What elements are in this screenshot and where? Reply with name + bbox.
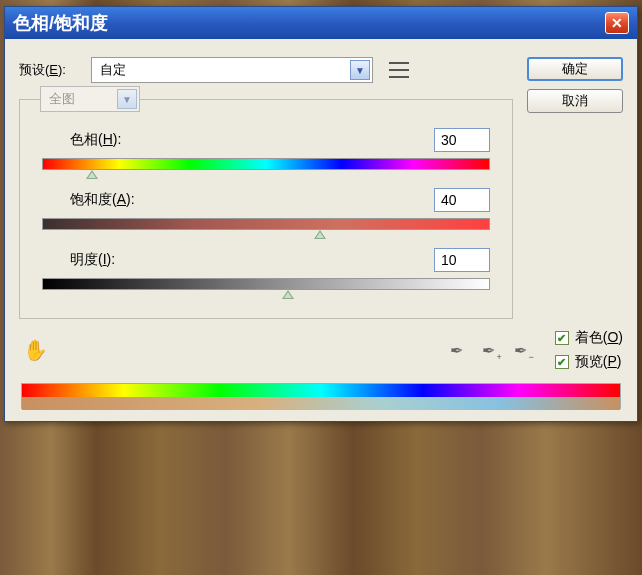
hue-thumb[interactable]	[86, 170, 98, 179]
chevron-down-icon: ▼	[350, 60, 370, 80]
dialog-body: 预设(E): 自定 ▼ 全图 ▼	[5, 39, 637, 421]
channel-select[interactable]: 全图 ▼	[40, 86, 140, 112]
saturation-input[interactable]: 40	[434, 188, 490, 212]
lightness-group: 明度(I): 10	[38, 248, 494, 290]
tools-row: ✋ ✒ ✒+ ✒− ✔ 着色(O) ✔ 预览(P)	[19, 329, 623, 371]
spectrum-output	[22, 397, 620, 410]
cancel-button[interactable]: 取消	[527, 89, 623, 113]
hue-slider[interactable]	[42, 158, 490, 170]
close-icon: ✕	[611, 15, 623, 31]
titlebar[interactable]: 色相/饱和度 ✕	[5, 7, 637, 39]
eyedropper-icon[interactable]: ✒	[447, 340, 467, 360]
channel-value: 全图	[49, 90, 75, 108]
preview-label: 预览(P)	[575, 353, 622, 371]
preset-select[interactable]: 自定 ▼	[91, 57, 373, 83]
adjust-panel: 全图 ▼ 色相(H): 30 饱和度(A	[19, 99, 513, 319]
window-title: 色相/饱和度	[13, 11, 108, 35]
color-ramp	[21, 383, 621, 409]
saturation-label: 饱和度(A):	[70, 191, 135, 209]
colorize-checkbox[interactable]: ✔ 着色(O)	[555, 329, 623, 347]
preset-value: 自定	[100, 61, 126, 79]
hand-tool-icon[interactable]: ✋	[19, 334, 52, 366]
lightness-thumb[interactable]	[282, 290, 294, 299]
ok-button[interactable]: 确定	[527, 57, 623, 81]
preset-row: 预设(E): 自定 ▼	[19, 57, 513, 83]
close-button[interactable]: ✕	[605, 12, 629, 34]
lightness-input[interactable]: 10	[434, 248, 490, 272]
saturation-group: 饱和度(A): 40	[38, 188, 494, 230]
spectrum-input	[22, 384, 620, 397]
button-column: 确定 取消	[527, 57, 623, 121]
eyedropper-subtract-icon[interactable]: ✒−	[511, 340, 531, 360]
hue-saturation-dialog: 色相/饱和度 ✕ 预设(E): 自定 ▼ 全图	[4, 6, 638, 422]
hue-input[interactable]: 30	[434, 128, 490, 152]
checkmark-icon: ✔	[555, 331, 569, 345]
preview-checkbox[interactable]: ✔ 预览(P)	[555, 353, 623, 371]
saturation-slider[interactable]	[42, 218, 490, 230]
eyedropper-group: ✒ ✒+ ✒−	[447, 340, 531, 360]
lightness-slider[interactable]	[42, 278, 490, 290]
chevron-down-icon: ▼	[117, 89, 137, 109]
hue-label: 色相(H):	[70, 131, 121, 149]
checkmark-icon: ✔	[555, 355, 569, 369]
eyedropper-add-icon[interactable]: ✒+	[479, 340, 499, 360]
preset-label: 预设(E):	[19, 61, 81, 79]
lightness-label: 明度(I):	[70, 251, 115, 269]
checkbox-group: ✔ 着色(O) ✔ 预览(P)	[555, 329, 623, 371]
saturation-thumb[interactable]	[314, 230, 326, 239]
hue-group: 色相(H): 30	[38, 128, 494, 170]
preset-menu-icon[interactable]	[389, 62, 409, 78]
colorize-label: 着色(O)	[575, 329, 623, 347]
